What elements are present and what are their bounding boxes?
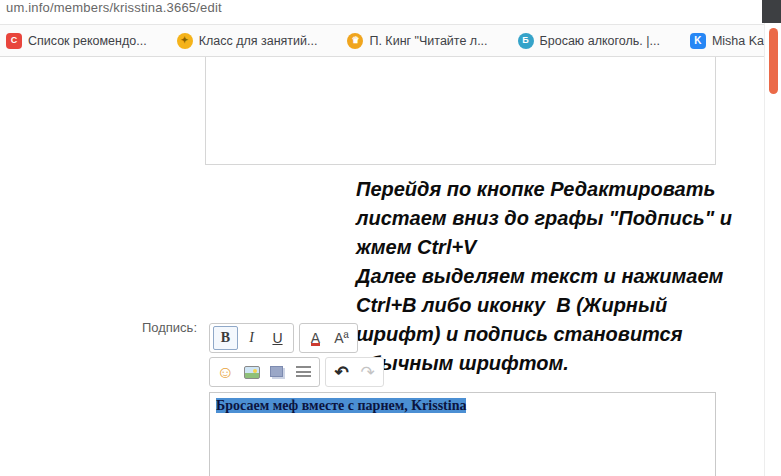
- list-favicon-icon: С: [6, 33, 22, 49]
- align-lines-icon: [296, 366, 311, 378]
- redo-arrow-icon: ↷: [360, 364, 374, 381]
- scrollbar-thumb[interactable]: [769, 28, 778, 94]
- underline-button[interactable]: U: [265, 326, 290, 350]
- italic-button[interactable]: I: [239, 326, 264, 350]
- annotation-line: Ctrl+B либо иконку B (Жирный: [356, 291, 761, 320]
- alcohol-favicon-icon: Б: [518, 33, 534, 49]
- undo-arrow-icon: ↶: [334, 364, 348, 381]
- content-textarea-partial[interactable]: [205, 57, 716, 165]
- insert-image-button[interactable]: [239, 360, 264, 384]
- insert-media-button[interactable]: [265, 360, 290, 384]
- selected-text: Бросаем меф вместе с парнем, Krisstina: [216, 398, 466, 413]
- annotation-overlay-text: Перейдя по кнопке Редактировать листаем …: [356, 175, 761, 378]
- crown-favicon-icon: ♛: [347, 33, 363, 49]
- emoji-button[interactable]: ☺: [213, 360, 238, 384]
- signature-text-line: Бросаем меф вместе с парнем, Krisstina: [216, 398, 709, 414]
- annotation-line: шрифт) и подпись становится: [356, 320, 761, 349]
- smiley-icon: ☺: [217, 364, 234, 381]
- image-icon: [244, 366, 260, 379]
- annotation-line: жмем Ctrl+V: [356, 233, 761, 262]
- vertical-scrollbar[interactable]: [764, 0, 781, 476]
- font-group: A Aª: [299, 323, 358, 353]
- bookmark-item-alcohol[interactable]: Б Бросаю алкоголь. |...: [518, 33, 660, 49]
- vk-favicon-icon: K: [690, 33, 706, 49]
- bookmark-label: П. Кинг "Читайте л...: [369, 34, 487, 48]
- address-bar-url[interactable]: um.info/members/krisstina.3665/edit: [6, 0, 222, 15]
- bookmarks-bar: С Список рекомендо... ✦ Класс для заняти…: [0, 24, 781, 57]
- class-favicon-icon: ✦: [177, 33, 193, 49]
- page-content: Перейдя по кнопке Редактировать листаем …: [0, 57, 764, 476]
- bookmark-item-spisok[interactable]: С Список рекомендо...: [6, 33, 147, 49]
- text-style-group: B I U: [209, 323, 294, 353]
- annotation-line: обычным шрифтом.: [356, 349, 761, 378]
- redo-button[interactable]: ↷: [355, 360, 380, 384]
- annotation-line: Перейдя по кнопке Редактировать: [356, 175, 761, 204]
- annotation-line: листаем вниз до графы "Подпись" и: [356, 204, 761, 233]
- font-color-button[interactable]: A: [303, 326, 328, 350]
- bold-button[interactable]: B: [213, 326, 238, 350]
- bookmark-item-klass[interactable]: ✦ Класс для занятий...: [177, 33, 318, 49]
- undo-button[interactable]: ↶: [329, 360, 354, 384]
- paragraph-format-button[interactable]: [291, 360, 316, 384]
- editor-toolbar-row-2: ☺ ↶ ↷: [209, 357, 384, 387]
- bookmark-label: Класс для занятий...: [199, 34, 318, 48]
- bookmark-label: Список рекомендо...: [28, 34, 147, 48]
- history-group: ↶ ↷: [325, 357, 384, 387]
- annotation-line: Далее выделяем текст и нажимаем: [356, 262, 761, 291]
- font-size-button[interactable]: Aª: [329, 326, 354, 350]
- bookmark-item-king[interactable]: ♛ П. Кинг "Читайте л...: [347, 33, 487, 49]
- media-icon: [270, 366, 283, 377]
- bookmark-label: Бросаю алкоголь. |...: [540, 34, 660, 48]
- editor-toolbar-row-1: B I U A Aª: [209, 323, 358, 353]
- window-corner: [762, 0, 781, 23]
- signature-editor-textarea[interactable]: Бросаем меф вместе с парнем, Krisstina: [209, 392, 716, 476]
- signature-field-label: Подпись:: [0, 320, 197, 335]
- insert-group: ☺: [209, 357, 320, 387]
